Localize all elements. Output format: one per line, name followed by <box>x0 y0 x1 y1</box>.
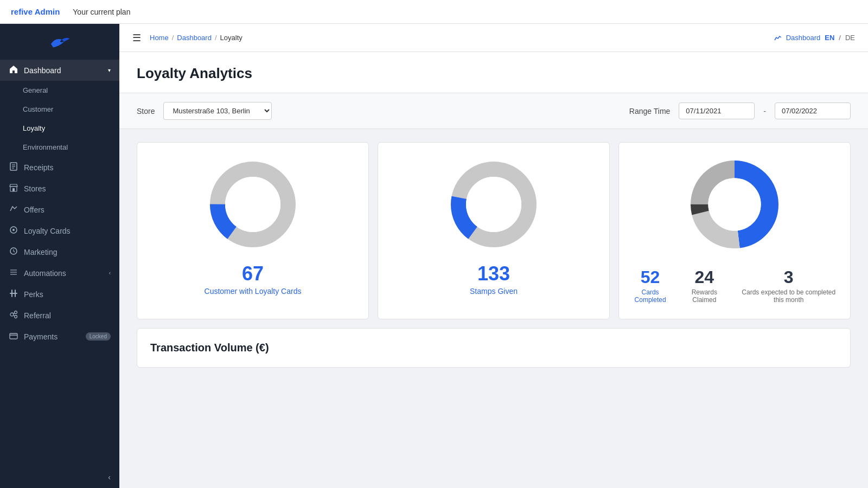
sidebar-item-loyalty-sub[interactable]: Loyalty <box>0 119 119 138</box>
stat-number-rewards-claimed: 24 <box>684 268 725 286</box>
lang-en[interactable]: EN <box>825 34 834 42</box>
svg-point-16 <box>15 311 17 314</box>
lang-sep: / <box>839 34 841 42</box>
stat-card-loyalty-customers: 67 Customer with Loyalty Cards <box>137 142 369 319</box>
sidebar-label-environmental: Environmental <box>23 143 68 151</box>
page-title: Loyalty Analytics <box>137 65 851 82</box>
referral-icon <box>9 310 18 320</box>
date-from-input[interactable] <box>679 102 755 119</box>
sidebar-item-receipts[interactable]: Receipts <box>0 157 119 178</box>
logo-icon <box>49 35 71 51</box>
stat-number-stamps-given: 133 <box>477 264 510 284</box>
sidebar: Dashboard ▾ General Customer Loyalty Env… <box>0 24 119 488</box>
content-scroll: Loyalty Analytics Store Musterstraße 103… <box>119 52 868 488</box>
date-to-input[interactable] <box>775 102 851 119</box>
svg-point-17 <box>15 316 17 318</box>
top-bar: refive Admin Your current plan <box>0 0 868 24</box>
chevron-down-icon: ▾ <box>108 67 111 73</box>
chevron-left-icon: ‹ <box>109 270 111 276</box>
stat-label-rewards-claimed: Rewards Claimed <box>684 288 725 304</box>
content-header: ☰ Home / Dashboard / Loyalty Dashboard E… <box>119 24 868 52</box>
multi-stat-expected: 3 Cards expected to be completed this mo… <box>738 268 839 304</box>
sidebar-collapse-area: ‹ <box>0 466 119 488</box>
sidebar-logo <box>0 24 119 60</box>
svg-rect-12 <box>10 293 17 294</box>
perks-icon <box>9 289 18 299</box>
store-filter-label: Store <box>137 107 155 115</box>
sidebar-label-offers: Offers <box>24 206 44 214</box>
sidebar-item-dashboard[interactable]: Dashboard ▾ <box>0 60 119 81</box>
current-plan-label: Your current plan <box>73 8 130 16</box>
sidebar-label-stores: Stores <box>24 184 46 193</box>
brand-name[interactable]: refive Admin <box>11 7 60 16</box>
stat-number-cards-completed: 52 <box>630 268 671 286</box>
breadcrumb-current: Loyalty <box>220 34 242 42</box>
marketing-icon <box>9 247 18 257</box>
svg-rect-14 <box>15 290 16 297</box>
loyalty-icon <box>9 226 18 236</box>
filter-bar: Store Musterstraße 103, Berlin Range Tim… <box>119 93 868 129</box>
stat-label-loyalty-customers: Customer with Loyalty Cards <box>205 287 302 296</box>
stat-card-cards-overview: 52 Cards Completed 24 Rewards Claimed 3 … <box>618 142 851 319</box>
transaction-section: Transaction Volume (€) <box>137 328 851 368</box>
multi-stats-area: 52 Cards Completed 24 Rewards Claimed 3 … <box>630 268 839 304</box>
breadcrumb-right: Dashboard EN / DE <box>774 34 855 42</box>
date-range-separator: - <box>763 107 766 115</box>
chart-icon <box>774 34 782 42</box>
lang-de[interactable]: DE <box>845 34 855 42</box>
sidebar-item-perks[interactable]: Perks <box>0 284 119 305</box>
sidebar-label-customer: Customer <box>23 105 53 113</box>
store-icon <box>9 183 18 194</box>
content-area: ☰ Home / Dashboard / Loyalty Dashboard E… <box>119 24 868 488</box>
svg-point-32 <box>708 178 761 230</box>
stat-card-stamps-given: 133 Stamps Given <box>378 142 610 319</box>
sidebar-label-loyalty-cards: Loyalty Cards <box>24 227 71 235</box>
sidebar-label-payments: Payments <box>24 332 58 341</box>
dashboard-link[interactable]: Dashboard <box>786 34 821 42</box>
sidebar-item-stores[interactable]: Stores <box>0 178 119 199</box>
breadcrumb-home[interactable]: Home <box>150 34 169 42</box>
breadcrumb: Home / Dashboard / Loyalty <box>150 34 765 42</box>
page-title-section: Loyalty Analytics <box>119 52 868 93</box>
sidebar-item-automations[interactable]: Automations ‹ <box>0 262 119 284</box>
donut-chart-loyalty-customers <box>204 156 302 253</box>
sidebar-label-general: General <box>23 86 48 94</box>
sidebar-label-perks: Perks <box>24 290 43 299</box>
offers-icon <box>9 204 18 215</box>
sidebar-item-referral[interactable]: Referral <box>0 305 119 326</box>
hamburger-button[interactable]: ☰ <box>132 32 141 44</box>
svg-point-24 <box>225 177 280 232</box>
sidebar-item-loyalty-cards[interactable]: Loyalty Cards <box>0 220 119 241</box>
sidebar-item-offers[interactable]: Offers <box>0 199 119 220</box>
main-layout: Dashboard ▾ General Customer Loyalty Env… <box>0 24 868 488</box>
home-icon <box>9 65 18 75</box>
sidebar-label-dashboard: Dashboard <box>24 66 61 75</box>
donut-chart-cards-overview <box>686 156 783 253</box>
svg-point-7 <box>12 229 15 231</box>
sidebar-label-marketing: Marketing <box>24 248 57 256</box>
sidebar-item-general[interactable]: General <box>0 81 119 100</box>
stat-number-expected: 3 <box>738 268 839 286</box>
stat-label-cards-completed: Cards Completed <box>630 288 671 304</box>
svg-point-27 <box>466 177 521 232</box>
multi-stat-rewards-claimed: 24 Rewards Claimed <box>684 268 725 304</box>
stat-label-expected: Cards expected to be completed this mont… <box>738 288 839 304</box>
payments-icon <box>9 331 18 342</box>
cards-row: 67 Customer with Loyalty Cards 133 Stamp… <box>132 142 855 319</box>
breadcrumb-sep-1: / <box>172 34 174 42</box>
store-select[interactable]: Musterstraße 103, Berlin <box>163 102 272 120</box>
locked-badge: Locked <box>86 332 111 341</box>
breadcrumb-dashboard[interactable]: Dashboard <box>177 34 212 42</box>
sidebar-label-loyalty: Loyalty <box>23 124 45 132</box>
multi-stat-cards-completed: 52 Cards Completed <box>630 268 671 304</box>
sidebar-item-marketing[interactable]: Marketing <box>0 241 119 262</box>
donut-chart-stamps-given <box>445 156 542 253</box>
breadcrumb-sep-2: / <box>215 34 217 42</box>
sidebar-collapse-button[interactable]: ‹ <box>108 473 111 481</box>
receipt-icon <box>9 162 18 172</box>
sidebar-label-automations: Automations <box>24 269 66 278</box>
svg-rect-20 <box>10 333 17 339</box>
sidebar-item-customer[interactable]: Customer <box>0 100 119 119</box>
sidebar-item-payments[interactable]: Payments Locked <box>0 326 119 347</box>
sidebar-item-environmental[interactable]: Environmental <box>0 138 119 157</box>
